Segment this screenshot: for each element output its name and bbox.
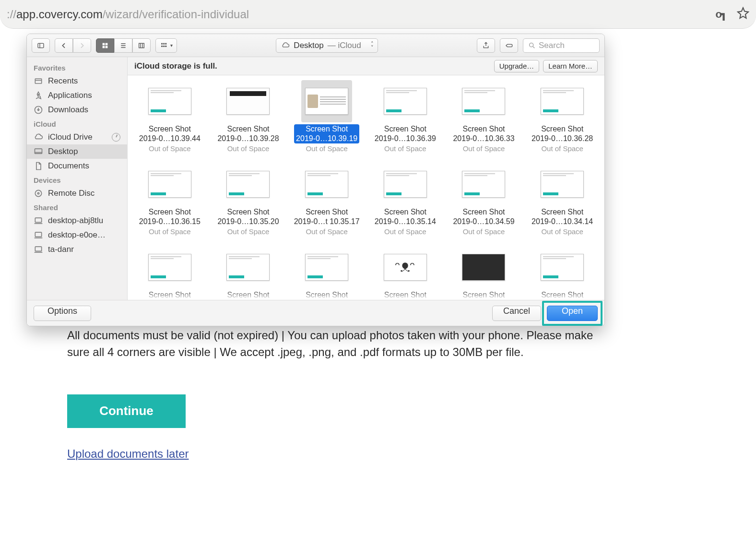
svg-point-27 — [37, 192, 39, 194]
file-status: Out of Space — [227, 144, 270, 153]
sidebar-item-label: ta-danr — [48, 245, 74, 254]
sidebar-item-label: iCloud Drive — [48, 132, 93, 142]
sidebar-item-desktop[interactable]: Desktop — [27, 144, 127, 159]
view-icons-button[interactable] — [96, 38, 114, 53]
file-status: Out of Space — [306, 144, 348, 153]
file-item[interactable]: Screen Shot2019-0…10.34.14 Out of Space — [523, 163, 602, 236]
file-thumbnail — [223, 246, 273, 288]
file-thumbnail — [144, 163, 195, 205]
file-status: Out of Space — [227, 227, 270, 236]
location-subtitle: — iCloud — [328, 41, 361, 50]
upload-later-link[interactable]: Upload documents later — [67, 447, 189, 461]
icloud-full-banner: iCloud storage is full. Upgrade… Learn M… — [128, 57, 604, 75]
svg-rect-2 — [103, 43, 105, 45]
sidebar-item-applications[interactable]: Applications — [27, 88, 127, 103]
file-item[interactable]: Screen Shot2019-0…10.39.28 Out of Space — [209, 80, 288, 153]
continue-button[interactable]: Continue — [67, 394, 186, 428]
options-button[interactable]: Options — [34, 306, 91, 321]
file-name: Screen Shot2019-0…10.35.20 — [217, 207, 279, 226]
sidebar-item-recents[interactable]: Recents — [27, 74, 127, 88]
file-item[interactable]: Screen Shot2019-0…10.39.44 Out of Space — [130, 80, 209, 153]
group-by-button[interactable]: ▾ — [155, 38, 177, 53]
svg-rect-4 — [103, 46, 105, 48]
svg-rect-24 — [35, 149, 42, 154]
view-columns-button[interactable] — [132, 38, 151, 53]
file-item[interactable]: Screen Shot2019-0…t 10.35.17 Out of Spac… — [287, 163, 366, 236]
pc-icon — [34, 216, 43, 226]
nav-forward-button[interactable] — [73, 38, 91, 53]
key-icon[interactable]: o┓ — [716, 8, 725, 21]
bookmark-star-icon[interactable] — [737, 7, 749, 22]
file-item[interactable]: Screen Shot2019-0…10.36.15 Out of Space — [130, 163, 209, 236]
file-thumbnail — [537, 80, 588, 122]
file-name: Screen Shot2019-0…10.36.33 — [453, 124, 514, 143]
search-icon — [528, 42, 536, 49]
file-item[interactable]: Screen Shot2019-0…10.35.14 Out of Space — [366, 163, 445, 236]
file-name: Screen Shot2019-0…10.36.39 — [375, 124, 436, 143]
sidebar-item-desktop-abj8tlu[interactable]: desktop-abj8tlu — [27, 214, 127, 228]
share-button[interactable] — [477, 38, 495, 53]
file-item[interactable]: Screen Shot2019-0…10.39.19 Out of Space — [287, 80, 366, 153]
file-item[interactable]: Screen Shot2019-0…10.35.20 Out of Space — [209, 163, 288, 236]
cancel-button[interactable]: Cancel — [492, 306, 541, 321]
file-status: Out of Space — [463, 144, 505, 153]
sidebar-item-downloads[interactable]: Downloads — [27, 103, 127, 117]
tags-button[interactable] — [500, 38, 518, 53]
svg-rect-13 — [163, 43, 165, 44]
file-name: Screen Shot2019-0…10.36.15 — [139, 207, 201, 226]
search-input[interactable]: Search — [523, 38, 600, 53]
sidebar-item-label: Documents — [48, 161, 89, 171]
file-status: Out of Space — [384, 144, 426, 153]
file-thumbnail — [537, 163, 588, 205]
sidebar-item-label: Downloads — [48, 105, 88, 115]
view-list-button[interactable] — [114, 38, 132, 53]
sidebar-item-remote-disc[interactable]: Remote Disc — [27, 186, 127, 201]
learn-more-button[interactable]: Learn More… — [543, 60, 598, 72]
file-item[interactable]: Screen Shot2019-0…10.36.39 Out of Space — [366, 80, 445, 153]
sidebar-item-icloud-drive[interactable]: iCloud Drive — [27, 130, 127, 144]
nav-back-button[interactable] — [55, 38, 73, 53]
svg-point-22 — [37, 95, 39, 96]
file-thumbnail — [380, 163, 431, 205]
file-status: Out of Space — [306, 227, 348, 236]
sidebar-toggle-button[interactable] — [32, 38, 50, 53]
file-status: Out of Space — [541, 144, 583, 153]
file-item[interactable]: Screen Shot2019-0…10.36.28 Out of Space — [523, 80, 602, 153]
svg-rect-16 — [163, 46, 165, 47]
svg-point-18 — [530, 43, 533, 47]
file-thumbnail — [301, 246, 352, 288]
pc-icon — [34, 245, 43, 254]
file-item[interactable]: Screen Shot2019-0…10.36.33 Out of Space — [445, 80, 523, 153]
svg-rect-3 — [106, 43, 108, 45]
sidebar-item-label: desktop-abj8tlu — [48, 216, 103, 226]
pc-icon — [34, 230, 43, 240]
sidebar-item-ta-danr[interactable]: ta-danr — [27, 242, 127, 257]
sidebar-item-documents[interactable]: Documents — [27, 159, 127, 173]
file-thumbnail — [223, 163, 273, 205]
svg-rect-9 — [139, 43, 144, 48]
sidebar-item-desktop-e0oe-[interactable]: desktop-e0oe… — [27, 228, 127, 242]
disc-icon — [34, 189, 43, 198]
file-name: Screen Shot2019-0…10.34.14 — [532, 207, 593, 226]
recents-icon — [34, 76, 43, 86]
sidebar-header: Devices — [27, 173, 127, 186]
progress-icon — [112, 133, 120, 142]
url-prefix: :// — [7, 8, 16, 21]
file-thumbnail: ᵔᴥᵔ — [380, 246, 431, 288]
chevron-updown-icon: ˄˅ — [371, 42, 374, 49]
file-item[interactable]: Screen Shot2019-0…10.34.59 Out of Space — [445, 163, 523, 236]
file-thumbnail — [223, 80, 273, 122]
file-thumbnail — [458, 246, 509, 288]
browser-url-bar[interactable]: ://app.covercy.com/wizard/verification-i… — [0, 0, 756, 29]
upgrade-button[interactable]: Upgrade… — [494, 60, 540, 72]
open-button[interactable]: Open — [547, 306, 598, 321]
file-name: Screen Shot2019-0…10.39.44 — [139, 124, 201, 143]
file-status: Out of Space — [149, 144, 191, 153]
file-thumbnail — [537, 246, 588, 288]
file-grid: Screen Shot2019-0…10.39.44 Out of Space … — [128, 75, 604, 300]
sidebar-item-label: Recents — [48, 76, 78, 86]
location-dropdown[interactable]: Desktop — iCloud ˄˅ — [276, 38, 378, 53]
svg-rect-28 — [35, 218, 41, 222]
file-status: Out of Space — [541, 227, 583, 236]
file-thumbnail — [458, 80, 509, 122]
